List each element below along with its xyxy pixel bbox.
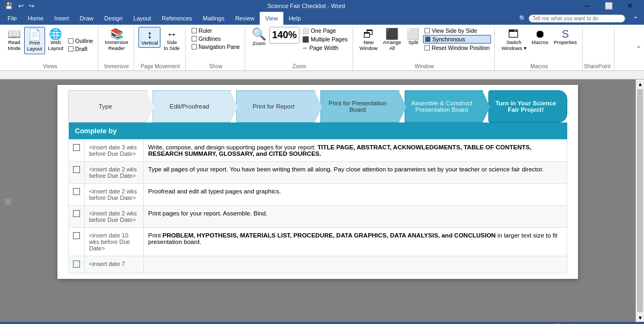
ribbon-group-zoom: 🔍 Zoom 140% ⬜ One Page ⬛ Multiple Pages … bbox=[246, 27, 353, 70]
page-movement-group-label: Page Movement bbox=[141, 62, 180, 69]
checkbox-cell-2[interactable] bbox=[69, 162, 85, 184]
read-mode-button[interactable]: 📖 ReadMode bbox=[5, 27, 23, 53]
flow-step-edit: Edit/Proofread bbox=[152, 90, 231, 123]
switch-windows-button[interactable]: 🗔 SwitchWindows ▾ bbox=[499, 27, 528, 53]
web-layout-button[interactable]: 🌐 WebLayout bbox=[46, 27, 66, 53]
tab-home[interactable]: Home bbox=[23, 12, 49, 25]
content-cell-5: Print PROBLEM, HYPOTHESIS, MATERIALS LIS… bbox=[144, 228, 567, 256]
undo-button[interactable]: ↩ bbox=[17, 2, 25, 10]
close-button[interactable]: ✕ bbox=[619, 0, 641, 12]
print-layout-button[interactable]: 📄 PrintLayout bbox=[24, 27, 45, 54]
ribbon-group-immersive: 📚 ImmersiveReader Immersive bbox=[99, 27, 134, 70]
ribbon-tabs: File Home Insert Draw Design Layout Refe… bbox=[0, 12, 644, 25]
zoom-group-label: Zoom bbox=[292, 62, 306, 69]
new-window-button[interactable]: 🗗 NewWindow bbox=[357, 27, 380, 53]
flowchart: Type Edit/Proofread Print for Report Pri… bbox=[68, 90, 567, 123]
checkbox-cell-1[interactable] bbox=[69, 140, 85, 162]
tab-design[interactable]: Design bbox=[99, 12, 128, 25]
checkbox-2[interactable] bbox=[73, 166, 80, 173]
maximize-button[interactable]: ⬜ bbox=[598, 0, 619, 12]
ribbon-collapse-button[interactable]: ⌃ bbox=[635, 45, 642, 53]
table-row: <insert date 2 wks before Due Date> Type… bbox=[69, 162, 567, 184]
checkbox-cell-3[interactable] bbox=[69, 184, 85, 206]
checkbox-6[interactable] bbox=[73, 261, 80, 268]
checkbox-3[interactable] bbox=[73, 188, 80, 195]
split-button[interactable]: ⬜ Split bbox=[404, 27, 422, 47]
synchronous-scrolling-button[interactable]: Synchronous bbox=[423, 35, 491, 44]
flow-step-print-report-label: Print for Report bbox=[253, 103, 295, 110]
tab-help[interactable]: Help bbox=[283, 12, 306, 25]
tab-layout[interactable]: Layout bbox=[128, 12, 157, 25]
reset-window-checkbox bbox=[425, 45, 430, 51]
flow-step-type-label: Type bbox=[99, 103, 112, 110]
save-button[interactable]: 💾 bbox=[3, 2, 14, 10]
reset-window-position-button[interactable]: Reset Window Position bbox=[423, 44, 491, 52]
multiple-pages-button[interactable]: ⬛ Multiple Pages bbox=[301, 35, 349, 44]
zoom-button[interactable]: 🔍 Zoom bbox=[250, 27, 268, 48]
sync-scroll-label: Synchronous bbox=[432, 36, 465, 42]
tab-draw[interactable]: Draw bbox=[75, 12, 99, 25]
status-bar: Page 2 of 2 3 of 621 words 20 of 3708 ch… bbox=[0, 322, 644, 324]
minimize-button[interactable]: — bbox=[576, 0, 598, 12]
content-cell-3: Proofread and edit all typed pages and g… bbox=[144, 184, 567, 206]
tab-references[interactable]: References bbox=[157, 12, 197, 25]
checkbox-cell-5[interactable] bbox=[69, 228, 85, 256]
gridlines-button[interactable]: Gridlines bbox=[190, 35, 241, 42]
tab-file[interactable]: File bbox=[2, 12, 23, 25]
macros-button[interactable]: ⏺ Macros bbox=[530, 27, 551, 47]
tab-insert[interactable]: Insert bbox=[49, 12, 75, 25]
draft-button[interactable]: Draft bbox=[67, 45, 94, 53]
date-cell-1: <insert date 3 wks before Due Date> bbox=[85, 140, 144, 162]
help-search-input[interactable] bbox=[529, 15, 625, 23]
flow-step-print-board: Print for Presentation Board bbox=[320, 90, 399, 123]
expand-ribbon-button[interactable]: ⌄ bbox=[630, 12, 642, 25]
switch-windows-label: SwitchWindows ▾ bbox=[501, 39, 526, 52]
redo-button[interactable]: ↪ bbox=[27, 2, 36, 10]
zoom-label: Zoom bbox=[252, 40, 265, 46]
date-cell-5: <insert date 10 wks before Due Date> bbox=[85, 228, 144, 256]
arrange-all-button[interactable]: ⬛ ArrangeAll bbox=[381, 27, 404, 53]
immersive-reader-button[interactable]: 📚 ImmersiveReader bbox=[103, 27, 130, 53]
arrange-all-icon: ⬛ bbox=[385, 28, 399, 39]
outline-checkbox bbox=[68, 38, 74, 44]
checkbox-cell-6[interactable] bbox=[69, 256, 85, 273]
scroll-up-arrow[interactable]: ▲ bbox=[636, 80, 644, 88]
checkbox-5[interactable] bbox=[73, 232, 80, 239]
outline-button[interactable]: Outline bbox=[67, 37, 94, 45]
ruler-button[interactable]: Ruler bbox=[190, 27, 241, 34]
side-to-side-icon: ↔ bbox=[166, 28, 177, 39]
flow-step-type: Type bbox=[68, 90, 147, 123]
doc-scroll-area[interactable]: Type Edit/Proofread Print for Report Pri… bbox=[0, 80, 644, 322]
scroll-down-arrow[interactable]: ▼ bbox=[636, 313, 644, 322]
ribbon-group-page-movement: ↕ Vertical ↔ Sideto Side Page Movement bbox=[135, 27, 186, 70]
tab-view[interactable]: View bbox=[260, 12, 283, 25]
macros-label: Macros bbox=[532, 39, 548, 45]
view-side-by-side-button[interactable]: View Side by Side bbox=[423, 27, 491, 34]
page-width-button[interactable]: ↔ Page Width bbox=[301, 44, 349, 52]
tab-review[interactable]: Review bbox=[230, 12, 260, 25]
table-row: <insert date 2 wks before Due Date> Proo… bbox=[69, 184, 567, 206]
one-page-button[interactable]: ⬜ One Page bbox=[301, 27, 349, 35]
table-row: <insert date 3 wks before Due Date> Writ… bbox=[69, 140, 567, 162]
zoom-percentage-button[interactable]: 140% bbox=[269, 27, 299, 44]
navigation-pane-button[interactable]: Navigation Pane bbox=[190, 43, 241, 51]
scroll-thumb-vertical[interactable] bbox=[637, 89, 643, 312]
side-to-side-button[interactable]: ↔ Sideto Side bbox=[162, 27, 182, 53]
properties-button[interactable]: S Properties bbox=[552, 27, 579, 47]
vertical-scrollbar[interactable]: ▲ ▼ bbox=[635, 80, 644, 322]
checkbox-1[interactable] bbox=[73, 144, 80, 151]
checklist-table: Complete by <insert date 3 wks before Du… bbox=[68, 123, 567, 273]
left-handle[interactable]: ⊞ bbox=[4, 196, 11, 206]
tab-mailings[interactable]: Mailings bbox=[197, 12, 230, 25]
page-movement-content: ↕ Vertical ↔ Sideto Side bbox=[138, 27, 182, 62]
show-group-label: Show bbox=[209, 62, 222, 69]
checkbox-4[interactable] bbox=[73, 210, 80, 217]
date-cell-6: <insert date 7 bbox=[85, 256, 144, 273]
bold-text-1: TITLE PAGE, ABSTRACT, ACKNOWLEDGMENTS, T… bbox=[148, 144, 531, 157]
split-label: Split bbox=[408, 39, 418, 45]
vertical-button[interactable]: ↕ Vertical bbox=[138, 27, 160, 48]
horizontal-scrollbar[interactable] bbox=[0, 71, 644, 80]
checkbox-cell-4[interactable] bbox=[69, 206, 85, 228]
web-layout-icon: 🌐 bbox=[49, 28, 62, 39]
properties-icon: S bbox=[562, 28, 569, 39]
